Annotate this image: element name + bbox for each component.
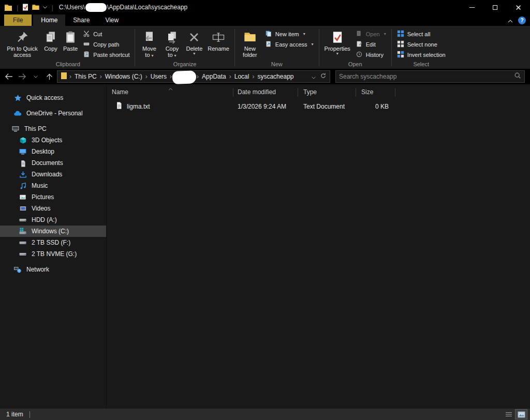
column-header-date-modified[interactable]: Date modified <box>233 88 298 97</box>
new-folder-button[interactable]: New folder <box>238 27 262 58</box>
new-item-button[interactable]: New item ▾ <box>262 29 316 39</box>
tab-file[interactable]: File <box>4 14 32 26</box>
ribbon-group-open: Properties ▾ Open ▾ Edit Histo <box>319 26 391 69</box>
sidebar-item-nvme-g[interactable]: 2 TB NVME (G:) <box>0 248 106 260</box>
ribbon-group-clipboard: Pin to Quick access Copy Paste Cut <box>1 26 135 69</box>
sidebar-item-hdd-a[interactable]: HDD (A:) <box>0 214 106 226</box>
back-button[interactable] <box>2 70 16 83</box>
ribbon-group-new: New folder New item ▾ Easy access ▾ New <box>235 26 319 69</box>
sidebar-item-ssd-f[interactable]: 2 TB SSD (F:) <box>0 237 106 248</box>
sidebar-item-music[interactable]: Music <box>0 180 106 191</box>
select-all-button[interactable]: Select all <box>394 29 448 39</box>
titlebar-path: C:\Users\\AppData\Local\syscacheapp <box>59 3 187 12</box>
ribbon-group-label: Organize <box>135 61 234 69</box>
sidebar-item-label: Network <box>26 266 49 273</box>
breadcrumb-item-users[interactable]: Users <box>150 73 168 80</box>
dropdown-caret-icon: ▾ <box>384 32 386 36</box>
breadcrumb-item-windows-c[interactable]: Windows (C:) <box>104 73 143 80</box>
download-arrow-icon <box>19 171 27 178</box>
refresh-icon[interactable] <box>320 72 327 81</box>
recent-locations-chevron-icon[interactable] <box>29 70 42 83</box>
button-label: Rename <box>208 46 229 52</box>
details-view-button[interactable] <box>503 410 514 419</box>
sidebar-item-label: Windows (C:) <box>32 228 69 235</box>
sidebar-item-quick-access[interactable]: Quick access <box>0 92 106 103</box>
sidebar-item-label: OneDrive - Personal <box>26 110 83 117</box>
window-controls: ✕ <box>460 0 530 14</box>
breadcrumb-item-syscacheapp[interactable]: syscacheapp <box>256 73 295 80</box>
sidebar-item-label: Downloads <box>32 171 62 178</box>
move-to-button[interactable]: Move to ▾ <box>138 27 160 59</box>
file-row[interactable]: ligma.txt 1/3/2026 9:24 AM Text Document… <box>107 100 530 112</box>
column-header-size[interactable]: Size <box>356 88 395 97</box>
windows-drive-icon <box>19 227 27 235</box>
tab-view[interactable]: View <box>97 14 126 26</box>
sidebar-item-3d-objects[interactable]: 3D Objects <box>0 134 106 146</box>
network-icon <box>13 265 22 274</box>
up-button[interactable] <box>42 70 56 83</box>
history-button[interactable]: History <box>353 50 389 59</box>
help-button[interactable]: ? <box>518 17 526 24</box>
sidebar-item-this-pc[interactable]: This PC <box>0 123 106 134</box>
search-input[interactable] <box>339 73 514 80</box>
breadcrumb-item-this-pc[interactable]: This PC <box>73 73 98 80</box>
maximize-button[interactable] <box>483 0 507 14</box>
button-label: Open <box>366 31 380 37</box>
button-label: Cut <box>93 31 102 37</box>
text-file-icon <box>115 101 123 111</box>
edit-icon <box>356 40 363 49</box>
select-none-button[interactable]: Select none <box>394 39 448 49</box>
properties-button[interactable]: Properties ▾ <box>322 27 353 55</box>
invert-selection-button[interactable]: Invert selection <box>394 50 448 59</box>
cut-button[interactable]: Cut <box>80 29 132 39</box>
collapse-ribbon-button[interactable] <box>508 16 513 25</box>
sidebar-item-desktop[interactable]: Desktop <box>0 146 106 157</box>
qat-new-folder-button[interactable] <box>32 4 39 10</box>
sidebar-item-documents[interactable]: Documents <box>0 157 106 169</box>
file-explorer-window: | | C:\Users\\AppData\Local\syscacheapp … <box>0 0 530 420</box>
status-bar: 1 item <box>0 409 530 420</box>
button-label: Copy <box>44 46 57 52</box>
search-box[interactable] <box>335 70 525 83</box>
tab-home[interactable]: Home <box>33 14 65 26</box>
sidebar-item-onedrive[interactable]: OneDrive - Personal <box>0 108 106 119</box>
new-folder-icon <box>242 28 258 46</box>
rename-button[interactable]: Rename <box>205 27 232 52</box>
pin-to-quick-access-button[interactable]: Pin to Quick access <box>4 27 41 58</box>
open-button[interactable]: Open ▾ <box>353 29 389 39</box>
minimize-button[interactable] <box>460 0 483 14</box>
sidebar-item-videos[interactable]: Videos <box>0 203 106 214</box>
sidebar-item-downloads[interactable]: Downloads <box>0 169 106 180</box>
qat-customize-chevron-icon[interactable] <box>43 6 47 9</box>
address-bar[interactable]: › This PC › Windows (C:) › Users › › App… <box>57 70 330 83</box>
properties-icon <box>331 28 344 46</box>
button-label: Paste <box>63 46 78 52</box>
column-header-type[interactable]: Type <box>298 88 356 97</box>
qat-properties-button[interactable] <box>22 4 28 11</box>
copy-button[interactable]: Copy <box>41 27 61 52</box>
sidebar-item-network[interactable]: Network <box>0 264 106 275</box>
delete-button[interactable]: Delete ▾ <box>183 27 205 55</box>
breadcrumb-item-appdata[interactable]: AppData <box>201 73 227 80</box>
paste-button[interactable]: Paste <box>61 27 80 52</box>
sidebar-item-windows-c[interactable]: Windows (C:) <box>0 226 106 237</box>
edit-button[interactable]: Edit <box>353 39 389 49</box>
titlebar: | | C:\Users\\AppData\Local\syscacheapp … <box>0 0 530 14</box>
thumbnails-view-button[interactable] <box>516 410 527 419</box>
search-icon[interactable] <box>514 72 521 81</box>
sort-ascending-icon <box>168 85 173 92</box>
paste-shortcut-button[interactable]: Paste shortcut <box>80 50 132 59</box>
breadcrumb-separator-icon: › <box>227 73 233 80</box>
breadcrumb-item-local[interactable]: Local <box>233 73 251 80</box>
tab-share[interactable]: Share <box>65 14 97 26</box>
sidebar-item-pictures[interactable]: Pictures <box>0 191 106 203</box>
button-label: Select none <box>407 41 437 48</box>
dropdown-caret-icon: ▾ <box>312 42 314 47</box>
copy-to-button[interactable]: Copy to ▾ <box>160 27 183 59</box>
address-dropdown-chevron-icon[interactable] <box>312 72 316 81</box>
copy-path-button[interactable]: Copy path <box>80 39 132 49</box>
forward-button[interactable] <box>16 70 29 83</box>
ribbon-tabstrip: File Home Share View ? <box>0 14 530 26</box>
easy-access-button[interactable]: Easy access ▾ <box>262 39 316 49</box>
close-button[interactable]: ✕ <box>507 0 530 14</box>
